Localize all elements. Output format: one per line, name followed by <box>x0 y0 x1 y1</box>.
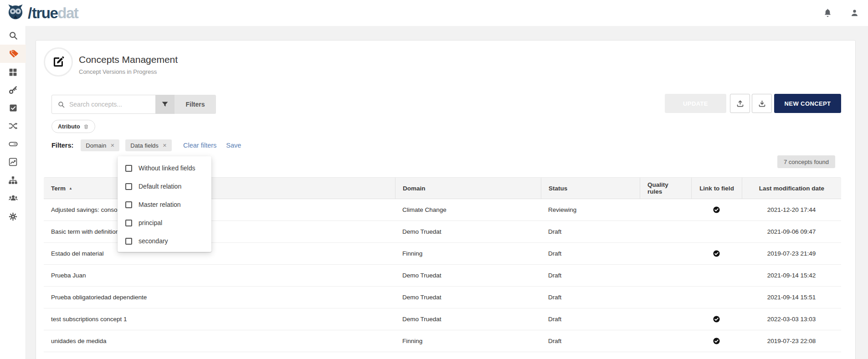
date-cell: 2021-12-20 17:44 <box>742 199 841 221</box>
domain-cell: Finning <box>395 330 541 352</box>
column-header-link-to-field[interactable]: Link to field <box>691 178 742 199</box>
term-cell[interactable]: Prueba obligatoriedad dependiente <box>44 287 395 308</box>
domain-cell: Finning <box>395 243 541 264</box>
link-to-field-cell <box>691 330 742 352</box>
link-to-field-cell <box>691 243 742 264</box>
sidebar-item-permissions[interactable] <box>0 81 26 99</box>
check-circle-icon <box>713 337 720 345</box>
checkbox-icon[interactable] <box>125 201 132 208</box>
search-icon <box>57 101 65 108</box>
download-icon <box>758 99 766 108</box>
sidebar-item-modules[interactable] <box>0 63 26 81</box>
logo-text: /truedat <box>26 4 78 22</box>
date-cell: 2022-03-03 13:03 <box>742 308 841 330</box>
term-cell[interactable]: Basic term with definition <box>44 221 395 242</box>
sidebar-item-users[interactable] <box>0 189 26 207</box>
dropdown-option-master-relation[interactable]: Master relation <box>118 195 211 214</box>
notifications-bell-icon[interactable] <box>823 8 833 18</box>
concepts-management-card: Concepts Management Concept Versions in … <box>36 40 856 359</box>
table-row[interactable]: test subscriptions concept 1 Demo Trueda… <box>44 308 841 330</box>
trash-icon[interactable] <box>83 124 89 129</box>
quality-rules-cell <box>640 265 691 286</box>
table-row[interactable]: Prueba obligatoriedad dependiente Demo T… <box>44 287 841 308</box>
sidebar-item-quality[interactable] <box>0 99 26 117</box>
sidebar-item-lineage[interactable] <box>0 117 26 135</box>
save-filters-link[interactable]: Save <box>226 142 241 149</box>
checkbox-icon[interactable] <box>125 220 132 226</box>
checkbox-icon[interactable] <box>125 238 132 245</box>
search-input[interactable] <box>69 101 147 108</box>
search-icon <box>8 31 18 41</box>
column-header-last-modification-date[interactable]: Last modification date <box>742 178 841 199</box>
sidebar-item-data-sources[interactable] <box>0 135 26 153</box>
users-icon <box>8 193 18 203</box>
date-cell: 2021-09-06 09:47 <box>742 221 841 242</box>
filter-chip-data-fields[interactable]: Data fields ✕ <box>125 139 172 151</box>
dropdown-option-label: Master relation <box>139 201 181 208</box>
status-cell: Draft <box>541 308 640 330</box>
status-cell: Draft <box>541 221 640 242</box>
domain-cell: Demo Truedat <box>395 308 541 330</box>
term-cell[interactable]: test subscriptions concept 1 <box>44 308 395 330</box>
tags-icon <box>8 49 18 59</box>
close-icon[interactable]: ✕ <box>110 143 114 149</box>
truedat-logo[interactable]: /truedat <box>5 3 78 23</box>
user-profile-icon[interactable] <box>850 8 860 18</box>
sidebar-item-dashboards[interactable] <box>0 153 26 171</box>
filter-chip-label: Domain <box>86 142 106 149</box>
dropdown-option-secondary[interactable]: secondary <box>118 232 211 250</box>
chart-line-icon <box>8 157 18 167</box>
filters-label: Filters: <box>51 142 73 149</box>
link-to-field-cell <box>691 308 742 330</box>
shuffle-icon <box>8 121 18 131</box>
page-icon-circle <box>44 47 73 77</box>
table-row[interactable]: Prueba Juan Demo Truedat Draft 2021-09-1… <box>44 265 841 287</box>
update-button[interactable]: UPDATE <box>665 94 726 113</box>
checkbox-icon[interactable] <box>125 165 132 172</box>
quality-rules-cell <box>640 287 691 308</box>
clear-filters-link[interactable]: Clear filters <box>183 142 216 149</box>
quality-rules-cell <box>640 221 691 242</box>
term-cell[interactable]: Estado del material <box>44 243 395 264</box>
quality-rules-cell <box>640 308 691 330</box>
column-header-status[interactable]: Status <box>541 178 640 199</box>
term-cell[interactable]: unidades de medida <box>44 330 395 352</box>
column-header-term[interactable]: Term▲ <box>44 178 395 199</box>
check-square-icon <box>9 103 18 113</box>
status-cell: Draft <box>541 287 640 308</box>
filter-funnel-button[interactable] <box>155 95 175 114</box>
sidebar-item-concepts[interactable] <box>0 45 26 63</box>
sitemap-icon <box>8 175 18 185</box>
term-cell[interactable]: Adjusted savings: consolidated savings c… <box>44 199 395 221</box>
link-to-field-cell <box>691 221 742 242</box>
sidebar-item-structures[interactable] <box>0 171 26 189</box>
table-row[interactable]: unidades de medida Finning Draft 2019-07… <box>44 330 841 352</box>
filter-funnel-icon <box>161 100 169 108</box>
dropdown-option-without-linked-fields[interactable]: Without linked fields <box>118 159 211 177</box>
dropdown-option-default-relation[interactable]: Default relation <box>118 177 211 195</box>
close-icon[interactable]: ✕ <box>163 143 167 149</box>
page-title: Concepts Management <box>79 54 178 65</box>
domain-cell: Demo Truedat <box>395 287 541 308</box>
page-subtitle: Concept Versions in Progress <box>79 68 157 75</box>
attribute-chip-label: Atributo <box>58 123 80 130</box>
date-cell: 2019-07-23 22:08 <box>742 330 841 352</box>
edit-concept-icon <box>51 55 65 69</box>
new-concept-button[interactable]: NEW CONCEPT <box>774 94 841 113</box>
attribute-chip[interactable]: Atributo <box>51 120 95 133</box>
results-count-badge: 7 concepts found <box>777 155 835 168</box>
upload-button[interactable] <box>730 94 750 113</box>
sidebar-item-search[interactable] <box>0 26 26 45</box>
filter-chip-domain[interactable]: Domain ✕ <box>81 139 119 151</box>
column-header-domain[interactable]: Domain <box>395 178 541 199</box>
term-cell[interactable]: Prueba Juan <box>44 265 395 286</box>
download-button[interactable] <box>752 94 772 113</box>
column-header-quality-rules[interactable]: Quality rules <box>640 178 691 199</box>
hard-drive-icon <box>8 139 18 149</box>
filters-button[interactable]: Filters <box>175 95 216 114</box>
checkbox-icon[interactable] <box>125 183 132 190</box>
sort-asc-icon: ▲ <box>69 186 72 190</box>
sidebar-item-settings[interactable] <box>0 207 26 226</box>
link-to-field-cell <box>691 287 742 308</box>
dropdown-option-principal[interactable]: principal <box>118 214 211 232</box>
